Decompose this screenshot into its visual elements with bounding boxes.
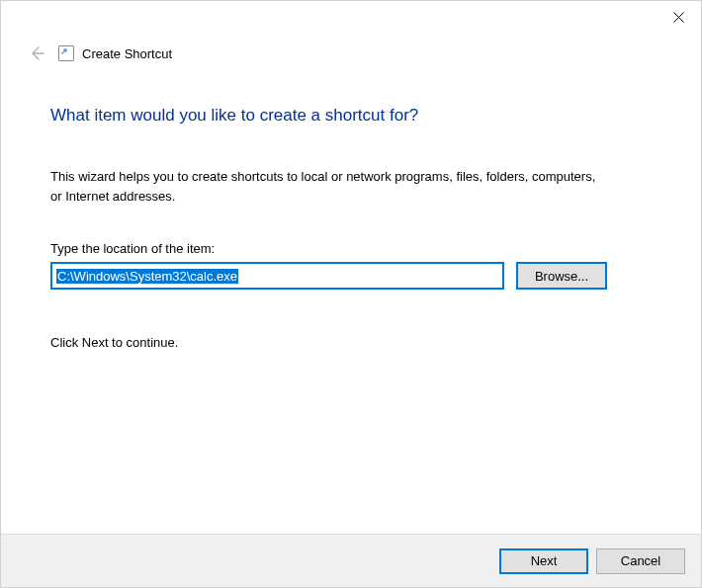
- description-text: This wizard helps you to create shortcut…: [50, 167, 604, 206]
- input-row: C:\Windows\System32\calc.exe Browse...: [50, 262, 652, 290]
- cancel-button[interactable]: Cancel: [596, 548, 685, 574]
- location-input[interactable]: C:\Windows\System32\calc.exe: [50, 262, 504, 290]
- header-row: Create Shortcut: [1, 35, 701, 68]
- footer-bar: Next Cancel: [1, 534, 701, 587]
- back-button[interactable]: [25, 42, 48, 65]
- browse-button[interactable]: Browse...: [516, 262, 607, 290]
- shortcut-icon: [58, 45, 74, 61]
- main-heading: What item would you like to create a sho…: [50, 106, 652, 126]
- close-icon: [673, 12, 684, 23]
- next-button[interactable]: Next: [499, 548, 588, 574]
- titlebar: [1, 1, 701, 35]
- close-button[interactable]: [656, 1, 701, 33]
- location-label: Type the location of the item:: [50, 241, 652, 256]
- content-area: What item would you like to create a sho…: [1, 68, 701, 350]
- back-arrow-icon: [29, 45, 44, 61]
- location-input-value: C:\Windows\System32\calc.exe: [56, 269, 238, 284]
- wizard-title: Create Shortcut: [82, 46, 172, 61]
- continue-instruction: Click Next to continue.: [50, 335, 652, 350]
